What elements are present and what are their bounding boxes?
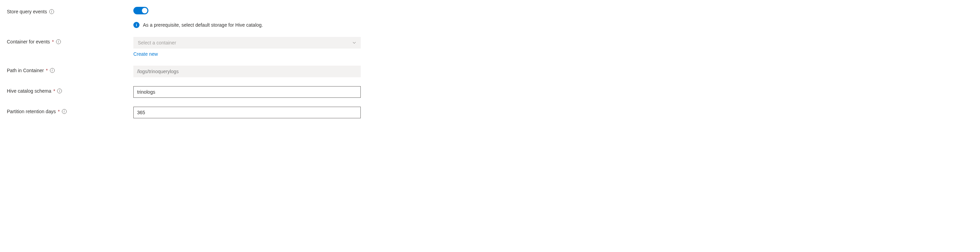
label-text: Hive catalog schema	[7, 88, 51, 94]
toggle-knob	[142, 8, 147, 13]
create-new-link[interactable]: Create new	[134, 51, 361, 57]
partition-retention-days-input[interactable]	[134, 107, 361, 118]
label-text: Store query events	[7, 9, 47, 14]
label-container-for-events: Container for events * i	[7, 37, 134, 45]
control-path-in-container	[134, 65, 361, 77]
row-hive-catalog-schema: Hive catalog schema * i	[7, 86, 973, 98]
prerequisite-message: i As a prerequisite, select default stor…	[134, 22, 361, 28]
container-select[interactable]: Select a container	[134, 37, 361, 49]
info-icon[interactable]: i	[50, 68, 55, 73]
path-in-container-input	[134, 65, 361, 77]
info-badge-icon: i	[134, 22, 140, 28]
info-icon[interactable]: i	[56, 39, 61, 44]
info-icon[interactable]: i	[62, 109, 67, 114]
select-placeholder: Select a container	[138, 40, 176, 45]
label-hive-catalog-schema: Hive catalog schema * i	[7, 86, 134, 94]
toggle-store-query-events[interactable]	[134, 7, 148, 14]
row-partition-retention-days: Partition retention days * i	[7, 107, 973, 118]
label-store-query-events: Store query events i	[7, 7, 134, 14]
label-text: Path in Container	[7, 68, 44, 73]
label-partition-retention-days: Partition retention days * i	[7, 107, 134, 114]
info-icon[interactable]: i	[49, 9, 54, 14]
required-marker: *	[58, 109, 59, 114]
prerequisite-text: As a prerequisite, select default storag…	[143, 22, 263, 28]
label-path-in-container: Path in Container * i	[7, 65, 134, 73]
chevron-down-icon	[352, 41, 356, 45]
row-store-query-events: Store query events i i As a prerequisite…	[7, 7, 973, 28]
required-marker: *	[52, 39, 54, 45]
info-icon[interactable]: i	[57, 89, 62, 93]
row-path-in-container: Path in Container * i	[7, 65, 973, 77]
control-store-query-events: i As a prerequisite, select default stor…	[134, 7, 361, 28]
control-hive-catalog-schema	[134, 86, 361, 98]
control-container-for-events: Select a container Create new	[134, 37, 361, 57]
required-marker: *	[46, 68, 48, 73]
required-marker: *	[53, 88, 55, 94]
label-text: Container for events	[7, 39, 50, 45]
label-text: Partition retention days	[7, 109, 56, 114]
control-partition-retention-days	[134, 107, 361, 118]
row-container-for-events: Container for events * i Select a contai…	[7, 37, 973, 57]
hive-catalog-schema-input[interactable]	[134, 86, 361, 98]
